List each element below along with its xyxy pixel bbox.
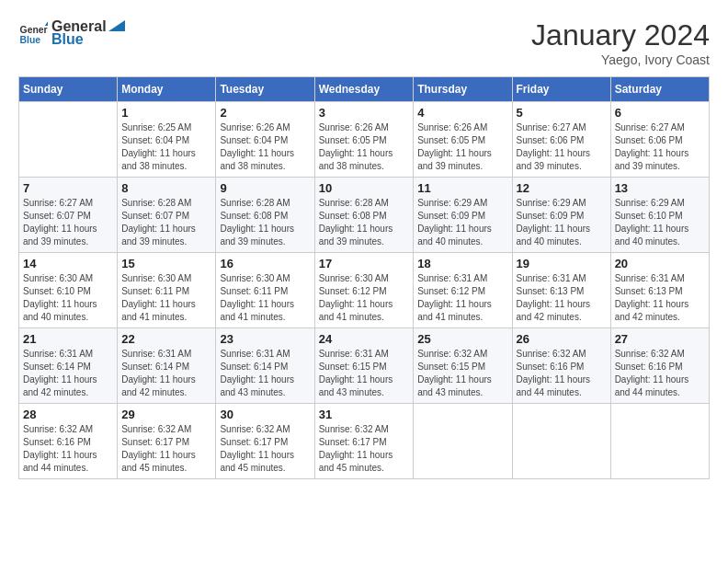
calendar-cell: 17Sunrise: 6:30 AM Sunset: 6:12 PM Dayli…	[314, 253, 414, 328]
day-info: Sunrise: 6:29 AM Sunset: 6:10 PM Dayligh…	[615, 197, 705, 248]
day-info: Sunrise: 6:28 AM Sunset: 6:08 PM Dayligh…	[220, 197, 310, 248]
day-info: Sunrise: 6:32 AM Sunset: 6:17 PM Dayligh…	[121, 423, 211, 475]
calendar-cell: 1Sunrise: 6:25 AM Sunset: 6:04 PM Daylig…	[118, 102, 216, 178]
calendar-cell: 10Sunrise: 6:28 AM Sunset: 6:08 PM Dayli…	[314, 178, 414, 253]
day-number: 10	[319, 181, 410, 195]
day-info: Sunrise: 6:32 AM Sunset: 6:17 PM Dayligh…	[220, 423, 310, 475]
day-number: 20	[615, 257, 705, 270]
day-info: Sunrise: 6:29 AM Sunset: 6:09 PM Dayligh…	[417, 197, 507, 248]
day-number: 12	[517, 181, 607, 195]
calendar-cell: 2Sunrise: 6:26 AM Sunset: 6:04 PM Daylig…	[216, 102, 314, 178]
day-number: 9	[220, 181, 310, 195]
calendar-cell: 25Sunrise: 6:32 AM Sunset: 6:15 PM Dayli…	[414, 328, 512, 404]
calendar-cell: 29Sunrise: 6:32 AM Sunset: 6:17 PM Dayli…	[118, 404, 216, 479]
day-number: 27	[615, 332, 705, 346]
calendar-cell: 31Sunrise: 6:32 AM Sunset: 6:17 PM Dayli…	[314, 404, 414, 479]
calendar-cell: 3Sunrise: 6:26 AM Sunset: 6:05 PM Daylig…	[314, 102, 414, 178]
calendar-cell	[610, 404, 709, 479]
calendar-cell	[414, 404, 512, 479]
svg-marker-3	[108, 20, 125, 31]
logo-icon: General Blue	[18, 18, 48, 48]
day-number: 25	[417, 332, 507, 346]
location-subtitle: Yaego, Ivory Coast	[531, 52, 710, 67]
calendar-week-row: 21Sunrise: 6:31 AM Sunset: 6:14 PM Dayli…	[19, 328, 710, 404]
day-number: 31	[319, 408, 410, 421]
page-header: General Blue General Blue January 2024 Y…	[18, 18, 710, 67]
day-number: 24	[319, 332, 410, 346]
day-number: 22	[121, 332, 211, 346]
day-info: Sunrise: 6:26 AM Sunset: 6:05 PM Dayligh…	[417, 121, 507, 173]
day-info: Sunrise: 6:32 AM Sunset: 6:16 PM Dayligh…	[615, 348, 705, 399]
weekday-header-thursday: Thursday	[414, 77, 512, 102]
day-number: 7	[23, 181, 113, 195]
calendar-week-row: 7Sunrise: 6:27 AM Sunset: 6:07 PM Daylig…	[19, 178, 710, 253]
day-number: 29	[121, 408, 211, 421]
logo-triangle-icon	[108, 20, 125, 31]
day-info: Sunrise: 6:29 AM Sunset: 6:09 PM Dayligh…	[517, 197, 607, 248]
calendar-cell: 4Sunrise: 6:26 AM Sunset: 6:05 PM Daylig…	[414, 102, 512, 178]
day-number: 17	[319, 257, 410, 270]
day-info: Sunrise: 6:30 AM Sunset: 6:11 PM Dayligh…	[121, 272, 211, 324]
calendar-cell: 5Sunrise: 6:27 AM Sunset: 6:06 PM Daylig…	[512, 102, 610, 178]
day-info: Sunrise: 6:30 AM Sunset: 6:11 PM Dayligh…	[220, 272, 310, 324]
day-number: 5	[517, 106, 607, 120]
day-number: 28	[23, 408, 113, 421]
calendar-cell: 23Sunrise: 6:31 AM Sunset: 6:14 PM Dayli…	[216, 328, 314, 404]
day-info: Sunrise: 6:28 AM Sunset: 6:08 PM Dayligh…	[319, 197, 410, 248]
calendar-cell	[19, 102, 118, 178]
weekday-header-row: SundayMondayTuesdayWednesdayThursdayFrid…	[19, 77, 710, 102]
calendar-cell: 16Sunrise: 6:30 AM Sunset: 6:11 PM Dayli…	[216, 253, 314, 328]
day-number: 11	[417, 181, 507, 195]
day-number: 13	[615, 181, 705, 195]
day-info: Sunrise: 6:25 AM Sunset: 6:04 PM Dayligh…	[121, 121, 211, 173]
calendar-cell: 12Sunrise: 6:29 AM Sunset: 6:09 PM Dayli…	[512, 178, 610, 253]
day-number: 15	[121, 257, 211, 270]
calendar-cell: 8Sunrise: 6:28 AM Sunset: 6:07 PM Daylig…	[118, 178, 216, 253]
day-info: Sunrise: 6:30 AM Sunset: 6:10 PM Dayligh…	[23, 272, 113, 324]
day-info: Sunrise: 6:31 AM Sunset: 6:14 PM Dayligh…	[220, 348, 310, 399]
title-section: January 2024 Yaego, Ivory Coast	[531, 18, 710, 67]
day-number: 2	[220, 106, 310, 120]
calendar-cell: 24Sunrise: 6:31 AM Sunset: 6:15 PM Dayli…	[314, 328, 414, 404]
day-number: 14	[23, 257, 113, 270]
weekday-header-wednesday: Wednesday	[314, 77, 414, 102]
day-number: 19	[517, 257, 607, 270]
weekday-header-monday: Monday	[118, 77, 216, 102]
day-info: Sunrise: 6:27 AM Sunset: 6:07 PM Dayligh…	[23, 197, 113, 248]
calendar-cell: 13Sunrise: 6:29 AM Sunset: 6:10 PM Dayli…	[610, 178, 709, 253]
calendar-cell: 22Sunrise: 6:31 AM Sunset: 6:14 PM Dayli…	[118, 328, 216, 404]
day-number: 6	[615, 106, 705, 120]
calendar-cell: 30Sunrise: 6:32 AM Sunset: 6:17 PM Dayli…	[216, 404, 314, 479]
day-number: 18	[417, 257, 507, 270]
day-number: 30	[220, 408, 310, 421]
day-info: Sunrise: 6:32 AM Sunset: 6:15 PM Dayligh…	[417, 348, 507, 399]
calendar-week-row: 1Sunrise: 6:25 AM Sunset: 6:04 PM Daylig…	[19, 102, 710, 178]
day-info: Sunrise: 6:28 AM Sunset: 6:07 PM Dayligh…	[121, 197, 211, 248]
day-info: Sunrise: 6:32 AM Sunset: 6:16 PM Dayligh…	[517, 348, 607, 399]
day-info: Sunrise: 6:26 AM Sunset: 6:04 PM Dayligh…	[220, 121, 310, 173]
calendar-week-row: 14Sunrise: 6:30 AM Sunset: 6:10 PM Dayli…	[19, 253, 710, 328]
weekday-header-tuesday: Tuesday	[216, 77, 314, 102]
day-number: 8	[121, 181, 211, 195]
day-info: Sunrise: 6:31 AM Sunset: 6:15 PM Dayligh…	[319, 348, 410, 399]
calendar-cell: 14Sunrise: 6:30 AM Sunset: 6:10 PM Dayli…	[19, 253, 118, 328]
calendar-cell: 20Sunrise: 6:31 AM Sunset: 6:13 PM Dayli…	[610, 253, 709, 328]
day-info: Sunrise: 6:26 AM Sunset: 6:05 PM Dayligh…	[319, 121, 410, 173]
weekday-header-friday: Friday	[512, 77, 610, 102]
day-info: Sunrise: 6:27 AM Sunset: 6:06 PM Dayligh…	[517, 121, 607, 173]
day-number: 26	[517, 332, 607, 346]
day-info: Sunrise: 6:32 AM Sunset: 6:17 PM Dayligh…	[319, 423, 410, 475]
day-info: Sunrise: 6:30 AM Sunset: 6:12 PM Dayligh…	[319, 272, 410, 324]
calendar-cell: 6Sunrise: 6:27 AM Sunset: 6:06 PM Daylig…	[610, 102, 709, 178]
calendar-cell: 7Sunrise: 6:27 AM Sunset: 6:07 PM Daylig…	[19, 178, 118, 253]
svg-text:Blue: Blue	[20, 35, 41, 45]
calendar-cell: 26Sunrise: 6:32 AM Sunset: 6:16 PM Dayli…	[512, 328, 610, 404]
day-number: 3	[319, 106, 410, 120]
calendar-cell: 28Sunrise: 6:32 AM Sunset: 6:16 PM Dayli…	[19, 404, 118, 479]
day-info: Sunrise: 6:31 AM Sunset: 6:12 PM Dayligh…	[417, 272, 507, 324]
calendar-cell: 11Sunrise: 6:29 AM Sunset: 6:09 PM Dayli…	[414, 178, 512, 253]
month-title: January 2024	[531, 18, 710, 52]
day-number: 21	[23, 332, 113, 346]
calendar-cell: 15Sunrise: 6:30 AM Sunset: 6:11 PM Dayli…	[118, 253, 216, 328]
calendar-cell: 19Sunrise: 6:31 AM Sunset: 6:13 PM Dayli…	[512, 253, 610, 328]
